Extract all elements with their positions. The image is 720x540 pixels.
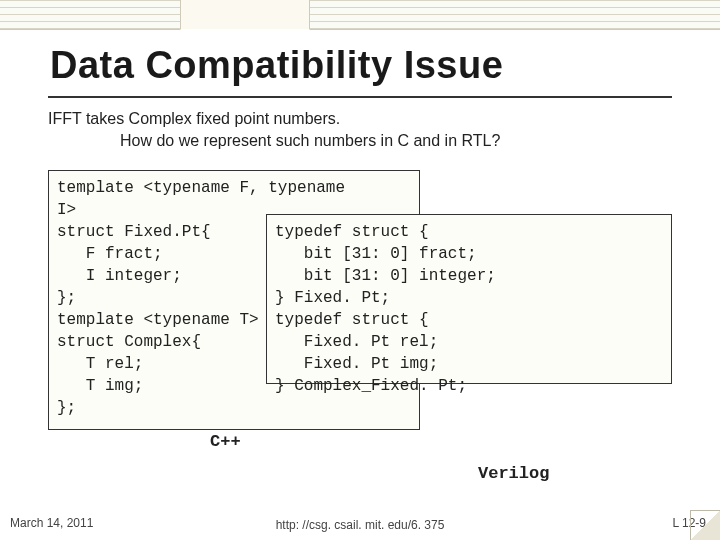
code-verilog-box: typedef struct { bit [31: 0] fract; bit … (266, 214, 672, 384)
label-cpp: C++ (210, 432, 241, 451)
page-curl-icon (690, 510, 720, 540)
footer-date: March 14, 2011 (10, 516, 93, 530)
footer-url: http: //csg. csail. mit. edu/6. 375 (276, 518, 445, 532)
subtitle-line1: IFFT takes Complex fixed point numbers. (48, 110, 340, 127)
label-verilog: Verilog (478, 464, 549, 483)
subtitle-block: IFFT takes Complex fixed point numbers. … (48, 108, 688, 152)
code-verilog: typedef struct { bit [31: 0] fract; bit … (275, 223, 496, 395)
title-underline (48, 96, 672, 98)
subtitle-line2: How do we represent such numbers in C an… (48, 130, 688, 152)
page-title: Data Compatibility Issue (50, 44, 503, 87)
top-ruled-bar (0, 0, 720, 30)
tab-stub (180, 0, 310, 30)
